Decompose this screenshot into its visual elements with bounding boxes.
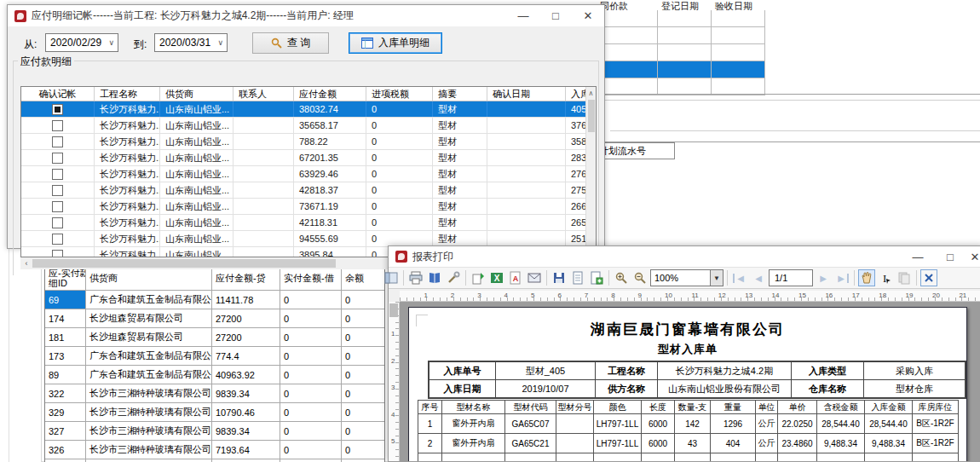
table-row[interactable]: 326长沙市三湘特种玻璃有限公司7193.6400 <box>45 441 384 459</box>
column-header[interactable]: 进项税额 <box>366 87 433 101</box>
mail-icon[interactable] <box>526 269 543 286</box>
minimize-button[interactable]: — <box>902 246 934 268</box>
table-row[interactable]: 长沙万科魅力...山东南山铝业...35658.170型材376 <box>21 118 587 134</box>
ruler-scroll-thumb[interactable] <box>389 303 398 317</box>
table-row[interactable]: 327长沙市三湘特种玻璃有限公司9839.3400 <box>45 422 384 441</box>
id-cell[interactable]: 181 <box>45 328 86 346</box>
column-header[interactable]: 联系人 <box>233 87 294 101</box>
pdf-export-icon[interactable]: A <box>507 269 524 286</box>
confirm-checkbox[interactable] <box>52 201 63 212</box>
column-header[interactable]: 入库 <box>566 87 587 101</box>
confirm-checkbox[interactable] <box>52 250 63 258</box>
book-icon[interactable] <box>426 269 443 286</box>
table-row[interactable]: 长沙万科魅力...山东南山铝业...42118.310型材265 <box>21 215 587 231</box>
scroll-left-icon[interactable]: ‹ <box>20 259 32 268</box>
id-cell[interactable]: 174 <box>45 309 86 327</box>
column-header[interactable]: 工程名称 <box>95 87 160 101</box>
zoom-level-select[interactable]: 100% ▼ <box>650 269 723 286</box>
table-row[interactable]: 69广东合和建筑五金制品有限公司11411.7800 <box>45 291 384 309</box>
query-button[interactable]: 查 询 <box>252 32 329 54</box>
column-header[interactable]: 摘要 <box>433 87 487 101</box>
scrollbar-thumb[interactable] <box>32 259 336 268</box>
item-cell: GA65C07 <box>505 414 556 433</box>
to-date-combo[interactable]: 2020/03/31∨ <box>154 33 228 52</box>
confirm-checkbox[interactable] <box>52 153 63 164</box>
payable-detail-table[interactable]: 确认记帐工程名称供货商联系人应付金额进项税额摘要确认日期入库长沙万科魅力...山… <box>20 86 597 257</box>
column-header[interactable]: 确认记帐 <box>21 87 95 101</box>
close-button[interactable]: ✕ <box>966 246 980 268</box>
maximize-button[interactable]: □ <box>539 5 572 26</box>
table-row[interactable] <box>597 61 765 78</box>
close-preview-button[interactable] <box>920 269 937 286</box>
table-row[interactable]: 长沙万科魅力...山东南山铝业...788.220型材358 <box>21 134 587 150</box>
id-cell[interactable]: 69 <box>45 291 86 309</box>
id-cell[interactable]: 327 <box>45 422 86 440</box>
confirm-checkbox[interactable] <box>52 169 63 180</box>
text-select-tool-button[interactable]: I <box>877 269 894 286</box>
id-cell[interactable]: 322 <box>45 384 86 402</box>
confirm-checkbox[interactable] <box>52 217 63 228</box>
id-cell[interactable]: 173 <box>45 347 86 365</box>
column-header[interactable]: 确认日期 <box>487 87 566 101</box>
zoom-out-icon[interactable] <box>631 269 649 286</box>
table-row[interactable] <box>597 78 765 95</box>
table-row[interactable]: 长沙万科魅力...山东南山铝业...42818.370型材275 <box>21 182 587 199</box>
id-cell[interactable]: 329 <box>45 403 86 421</box>
confirm-checkbox[interactable] <box>52 104 63 115</box>
id-cell[interactable]: 326 <box>45 441 86 459</box>
last-page-button[interactable]: ▶ <box>833 269 850 286</box>
table-row[interactable] <box>597 44 765 61</box>
info-value: 采购入库 <box>864 362 965 379</box>
column-header[interactable]: 供货商 <box>160 87 233 101</box>
vertical-scrollbar[interactable]: ∧ ∨ <box>585 87 596 254</box>
page-icon[interactable] <box>569 269 586 286</box>
vertical-ruler: 12345 <box>389 302 400 461</box>
table-row[interactable]: 322长沙市三湘特种玻璃有限公司9839.3400 <box>45 384 384 403</box>
close-button[interactable]: ✕ <box>572 5 604 26</box>
minimize-button[interactable]: — <box>507 5 539 26</box>
export-icon[interactable] <box>470 269 487 286</box>
payable-detail-titlebar[interactable]: 应付明细记帐------当前工程: 长沙万科魅力之城4.2期------当前用户… <box>8 5 604 26</box>
table-row[interactable]: 长沙万科魅力...山东南山铝业...67201.350型材283 <box>21 150 587 166</box>
table-row[interactable]: 长沙万科魅力...山东南山铝业...38032.740型材405 <box>21 101 587 118</box>
page-number-input[interactable]: 1/1 <box>769 269 813 286</box>
next-page-button[interactable]: ▶ <box>815 269 832 286</box>
table-cell: 0 <box>342 366 384 384</box>
first-page-button[interactable]: ◀ <box>731 269 748 286</box>
tools-icon[interactable] <box>445 269 462 286</box>
scroll-up-icon[interactable]: ∧ <box>586 87 596 99</box>
table-cell: 405 <box>566 101 587 117</box>
id-cell[interactable]: 89 <box>45 366 86 384</box>
panel-toggle-icon[interactable] <box>383 269 400 286</box>
maximize-button[interactable]: □ <box>934 246 966 268</box>
confirm-checkbox[interactable] <box>52 234 63 245</box>
print-icon[interactable] <box>407 269 424 286</box>
column-header[interactable]: 应付金额 <box>294 87 366 101</box>
item-cell <box>418 453 442 461</box>
confirm-checkbox[interactable] <box>52 120 63 131</box>
table-row[interactable]: 长沙万科魅力...山东南山铝业...73671.190型材266 <box>21 199 587 215</box>
from-date-combo[interactable]: 2020/02/29∨ <box>45 33 118 52</box>
confirm-checkbox[interactable] <box>52 136 63 147</box>
table-row[interactable] <box>597 27 765 44</box>
save-icon[interactable] <box>551 269 568 286</box>
table-row[interactable]: 181长沙坦森贸易有限公司2720000 <box>45 328 384 347</box>
print-preview-area[interactable]: 湖南巨晟门窗幕墙有限公司 型材入库单 入库单号型材_405工程名称长沙万科魅力之… <box>400 302 980 461</box>
hand-tool-button[interactable] <box>858 269 875 286</box>
table-row[interactable]: 174长沙坦森贸易有限公司2720000 <box>45 309 384 328</box>
table-row[interactable]: 长沙万科魅力...山东南山铝业...63929.460型材276 <box>21 166 587 182</box>
table-row[interactable] <box>597 10 765 27</box>
zoom-in-icon[interactable] <box>613 269 630 286</box>
payable-account-table[interactable]: 应-实付款明细ID供货商应付金额-贷实付金额-借余额69广东合和建筑五金制品有限… <box>44 264 385 462</box>
table-row[interactable]: 89广东合和建筑五金制品有限公司40963.9200 <box>45 366 384 384</box>
table-row[interactable]: 329长沙市三湘特种玻璃有限公司10790.4600 <box>45 403 384 422</box>
report-print-titlebar[interactable]: 报表打印 — □ ✕ <box>389 246 980 267</box>
scrollbar-thumb[interactable] <box>588 100 595 132</box>
excel-export-icon[interactable]: X <box>488 269 505 286</box>
copy-pages-button[interactable] <box>896 269 913 286</box>
prev-page-button[interactable]: ◀ <box>750 269 767 286</box>
table-row[interactable]: 173广东合和建筑五金制品有限公司774.400 <box>45 347 384 366</box>
inbound-detail-button[interactable]: 入库单明细 <box>349 32 442 54</box>
confirm-checkbox[interactable] <box>52 185 63 196</box>
report-icon[interactable] <box>588 269 605 286</box>
